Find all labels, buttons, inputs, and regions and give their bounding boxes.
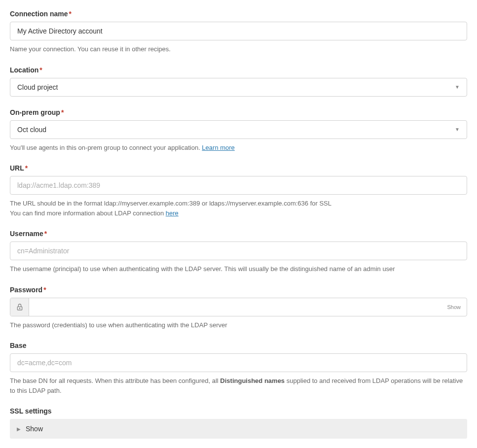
- password-group: Password* Show The password (credentials…: [10, 286, 467, 330]
- base-group: Base The base DN for all requests. When …: [10, 342, 467, 395]
- required-indicator: *: [39, 66, 42, 74]
- base-label-text: Base: [10, 342, 26, 349]
- location-value: Cloud project: [17, 83, 58, 91]
- connection-name-help: Name your connection. You can reuse it i…: [10, 44, 467, 54]
- username-label: Username*: [10, 230, 467, 238]
- ssl-show-text: Show: [26, 425, 43, 433]
- here-link[interactable]: here: [166, 209, 179, 217]
- url-help-line2-text: You can find more information about LDAP…: [10, 209, 166, 217]
- url-group: URL* The URL should be in the format lda…: [10, 164, 467, 218]
- required-indicator: *: [25, 164, 28, 172]
- learn-more-link[interactable]: Learn more: [202, 144, 234, 151]
- connection-name-label-text: Connection name: [10, 10, 68, 18]
- password-input[interactable]: [29, 298, 441, 316]
- on-prem-group-select[interactable]: Oct cloud ▼: [10, 120, 467, 139]
- password-label-text: Password: [10, 286, 42, 294]
- on-prem-help-text: You'll use agents in this on-prem group …: [10, 144, 202, 151]
- password-wrapper: Show: [10, 298, 467, 316]
- url-help-line2: You can find more information about LDAP…: [10, 208, 467, 218]
- username-label-text: Username: [10, 230, 43, 238]
- on-prem-group-label: On-prem group*: [10, 108, 467, 116]
- connection-name-group: Connection name* Name your connection. Y…: [10, 10, 467, 54]
- username-group: Username* The username (principal) to us…: [10, 230, 467, 274]
- url-help: The URL should be in the format ldap://m…: [10, 199, 467, 218]
- url-label: URL*: [10, 164, 467, 172]
- chevron-right-icon: ▶: [17, 426, 21, 432]
- svg-point-1: [19, 308, 20, 309]
- base-help-prefix: The base DN for all requests. When this …: [10, 377, 220, 384]
- password-help: The password (credentials) to use when a…: [10, 320, 467, 330]
- caret-down-icon: ▼: [455, 84, 460, 90]
- url-input[interactable]: [10, 176, 467, 195]
- on-prem-group-value: Oct cloud: [17, 126, 46, 134]
- base-help: The base DN for all requests. When this …: [10, 376, 467, 395]
- ssl-settings-group: SSL settings ▶ Show: [10, 407, 467, 439]
- ssl-settings-label: SSL settings: [10, 407, 467, 415]
- required-indicator: *: [44, 230, 47, 238]
- location-label: Location*: [10, 66, 467, 74]
- on-prem-group-group: On-prem group* Oct cloud ▼ You'll use ag…: [10, 108, 467, 153]
- connection-name-input[interactable]: [10, 22, 467, 40]
- url-label-text: URL: [10, 164, 24, 172]
- connection-name-label: Connection name*: [10, 10, 467, 18]
- password-show-toggle[interactable]: Show: [441, 298, 467, 316]
- location-select[interactable]: Cloud project ▼: [10, 78, 467, 97]
- base-input[interactable]: [10, 353, 467, 372]
- ssl-settings-expand[interactable]: ▶ Show: [10, 419, 467, 439]
- required-indicator: *: [43, 286, 46, 294]
- base-label: Base: [10, 342, 467, 349]
- base-help-bold: Distinguished names: [220, 377, 285, 384]
- password-label: Password*: [10, 286, 467, 294]
- username-help: The username (principal) to use when aut…: [10, 264, 467, 274]
- required-indicator: *: [61, 108, 64, 116]
- username-input[interactable]: [10, 241, 467, 260]
- location-label-text: Location: [10, 66, 38, 74]
- required-indicator: *: [69, 10, 71, 18]
- on-prem-group-help: You'll use agents in this on-prem group …: [10, 143, 467, 153]
- caret-down-icon: ▼: [455, 127, 460, 132]
- lock-icon: [10, 298, 29, 316]
- on-prem-group-label-text: On-prem group: [10, 108, 60, 116]
- url-help-line1: The URL should be in the format ldap://m…: [10, 199, 467, 208]
- location-group: Location* Cloud project ▼: [10, 66, 467, 97]
